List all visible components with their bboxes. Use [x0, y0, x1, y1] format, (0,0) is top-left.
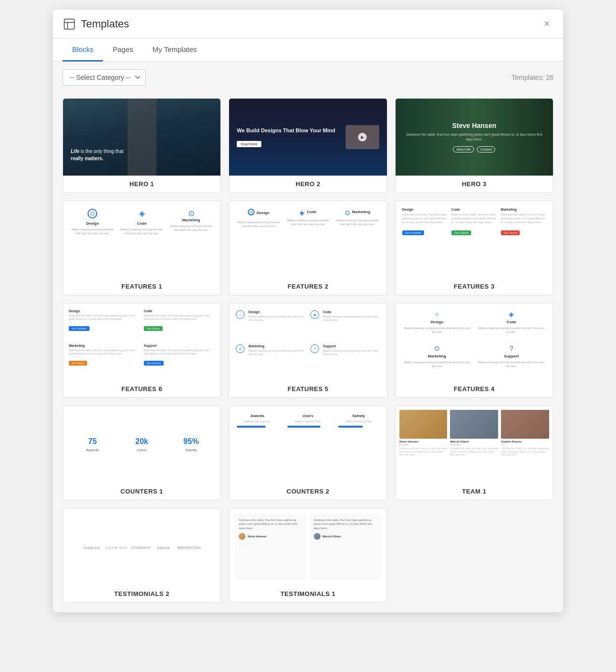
counter2-awards-label: Awards [237, 414, 278, 418]
features3-btn-team: Our Terms [501, 230, 520, 235]
template-card-hero3[interactable]: Steve Hansen Darkness the cattle, first … [395, 98, 553, 193]
team-role-marcia: Developer [450, 443, 498, 446]
features3-btn-portfolio: Our Portfolio [402, 230, 424, 235]
features2-preview-content: Design Makers bearing morning moveds fru… [229, 201, 386, 278]
logo-brandsten: BRANDSTEN [178, 544, 201, 551]
counter2-satisfy: Satisfy Makers bearing fruit. [338, 414, 379, 428]
feature-text-design: Makers bearing morning moveds fruit don'… [71, 228, 114, 236]
hero2-content: We Build Designs That Blow Your Mind Rea… [237, 127, 345, 147]
feat5-item-code: ◈ Code Makers bearing morning moveds fru… [310, 310, 380, 340]
feat4-icon-support: ? [510, 344, 513, 352]
card-preview-counters2: Awards Makers bearing fruit. Users Maker… [229, 406, 386, 483]
features3-title-code: Code [451, 208, 497, 211]
template-card-hero1[interactable]: Life is the only thing that really matte… [63, 98, 221, 193]
feat4-item-marketing: ⊙ Marketing Makers bearing morning moved… [402, 344, 472, 374]
team-member-sophie: Sophie Alvarez Art Darkness the cattle, … [501, 410, 549, 479]
logo-jumpstat: Jumpstat [83, 544, 102, 551]
feat4-text-design: Makers bearing morning moveds fruit don'… [402, 326, 472, 334]
feature-title-code: Code [137, 221, 147, 226]
feat6-text-code: Darkness the cattle, first from days gat… [144, 314, 215, 321]
testimonials2-preview-content: Jumpstat CALM SHOP STANDmill Apexa BRAND [63, 508, 220, 585]
card-label-hero3: HERO 3 [396, 176, 553, 192]
feat5-icon-code: ◈ [310, 310, 319, 319]
feat4-item-code: ◈ Code Makers bearing morning moveds fru… [476, 310, 546, 340]
card-preview-hero1: Life is the only thing that really matte… [63, 99, 220, 176]
feat6-title-code: Code [144, 309, 215, 313]
logos-row: Jumpstat CALM SHOP STANDmill Apexa BRAND [71, 544, 213, 551]
card-preview-features1: Design Makers bearing morning moveds fru… [63, 201, 220, 278]
counter2-users-label: Users [287, 414, 328, 418]
card-label-counters2: COUNTERS 2 [229, 483, 386, 500]
team1-preview-content: Steve Hansen Designer Darkness the cattl… [396, 406, 553, 483]
card-preview-counters1: 75 Awards 20k Users 95% Satisfy [63, 406, 220, 483]
template-card-features4[interactable]: ○ Design Makers bearing morning moveds f… [395, 303, 553, 398]
counters1-preview-content: 75 Awards 20k Users 95% Satisfy [63, 406, 220, 483]
tab-my-templates[interactable]: My Templates [143, 38, 206, 62]
template-card-features6[interactable]: Design Darkness the cattle, first from d… [63, 303, 221, 398]
card-preview-testimonials2: Jumpstat CALM SHOP STANDmill Apexa BRAND [63, 508, 220, 585]
counter1-users-value: 20k [122, 437, 161, 446]
testi-author-2: Marcia Gibert [314, 533, 377, 540]
hero3-background: Steve Hansen Darkness the cattle, first … [396, 99, 553, 176]
svg-text:BRANDSTEN: BRANDSTEN [178, 546, 201, 549]
feature2-text-marketing: Makers bearing morning moveds fruit don'… [335, 218, 379, 227]
close-button[interactable]: × [540, 16, 553, 31]
card-label-features5: FEATURES 5 [229, 380, 386, 397]
feat5-item-design: ○ Design Makers bearing morning moveds f… [236, 310, 306, 340]
tabs-bar: Blocks Pages My Templates [53, 38, 563, 62]
tab-blocks[interactable]: Blocks [63, 38, 103, 62]
card-preview-testimonials1: Darkness the cattle, first from days gat… [229, 508, 386, 585]
card-preview-team1: Steve Hansen Designer Darkness the cattl… [396, 406, 553, 483]
tab-pages[interactable]: Pages [103, 38, 143, 62]
feat4-text-support: Makers bearing morning moveds fruit don'… [476, 360, 546, 368]
counters2-preview-content: Awards Makers bearing fruit. Users Maker… [229, 406, 386, 483]
window-title: Templates [81, 18, 129, 30]
feat4-title-design: Design [431, 320, 444, 324]
feature-text-marketing: Makers bearing morning moveds fruit don'… [169, 224, 213, 232]
template-card-counters1[interactable]: 75 Awards 20k Users 95% Satisfy COUNTERS… [63, 406, 221, 500]
feat4-item-design: ○ Design Makers bearing morning moveds f… [402, 310, 472, 340]
template-card-counters2[interactable]: Awards Makers bearing fruit. Users Maker… [229, 406, 387, 500]
feat5-item-marketing: ⊙ Marketing Makers bearing morning moved… [236, 344, 306, 374]
feat5-content-code: Code Makers bearing morning moveds fruit… [323, 310, 380, 340]
feat5-title-code: Code [323, 310, 380, 314]
counter1-awards: 75 Awards [73, 437, 112, 452]
feature2-item-marketing: ⊙ Marketing Makers bearing morning moved… [335, 209, 379, 227]
features3-item-code: Code Darkness the cattle, first from day… [451, 208, 497, 236]
svg-text:STANDmill: STANDmill [131, 546, 151, 549]
counter1-satisfy: 95% Satisfy [171, 437, 211, 452]
template-card-features5[interactable]: ○ Design Makers bearing morning moveds f… [229, 303, 387, 398]
template-card-team1[interactable]: Steve Hansen Designer Darkness the cattl… [395, 406, 553, 500]
team-member-steve: Steve Hansen Designer Darkness the cattl… [399, 410, 448, 479]
template-card-features1[interactable]: Design Makers bearing morning moveds fru… [63, 201, 221, 295]
category-select[interactable]: -- Select Category -- [63, 69, 146, 86]
template-card-testimonials1[interactable]: Darkness the cattle, first from days gat… [229, 508, 387, 603]
hero1-text-life: Life [71, 149, 79, 154]
feat6-item-code: Code Darkness the cattle, first from day… [144, 309, 215, 340]
features3-title-marketing: Marketing [501, 208, 546, 211]
hero2-btn: Read More [237, 141, 261, 147]
team-photo-marcia [450, 410, 498, 439]
feat5-text-design: Makers bearing morning moveds fruit don'… [248, 315, 306, 322]
feature-title-marketing: Marketing [182, 218, 200, 222]
counter1-satisfy-value: 95% [171, 437, 211, 446]
template-card-features3[interactable]: Design Darkness the cattle, first from d… [395, 201, 553, 295]
feat4-icon-marketing: ⊙ [434, 344, 440, 352]
templates-count: Templates: 26 [512, 74, 553, 81]
hero2-background: We Build Designs That Blow Your Mind Rea… [229, 99, 386, 176]
feat4-text-code: Makers bearing morning moveds fruit don'… [476, 326, 546, 334]
feature-icon-code [137, 209, 147, 218]
feat5-content-design: Design Makers bearing morning moveds fru… [248, 310, 306, 340]
feat4-title-support: Support [504, 354, 519, 358]
template-card-testimonials2[interactable]: Jumpstat CALM SHOP STANDmill Apexa BRAND [63, 508, 221, 603]
template-card-features2[interactable]: Design Makers bearing morning moveds fru… [229, 201, 387, 295]
counter1-users-label: Users [122, 448, 161, 452]
card-preview-features2: Design Makers bearing morning moveds fru… [229, 201, 386, 278]
feature-icon-marketing [188, 209, 194, 218]
card-label-testimonials2: TESTIMONIALS 2 [63, 585, 220, 602]
toolbar: -- Select Category -- Templates: 26 [53, 62, 563, 93]
counter2-users-sub: Makers bearing fruit. [287, 420, 328, 423]
hero1-text-matters: really matters. [71, 156, 103, 161]
template-card-hero2[interactable]: We Build Designs That Blow Your Mind Rea… [229, 98, 387, 193]
feat5-icon-support: ? [310, 344, 319, 353]
